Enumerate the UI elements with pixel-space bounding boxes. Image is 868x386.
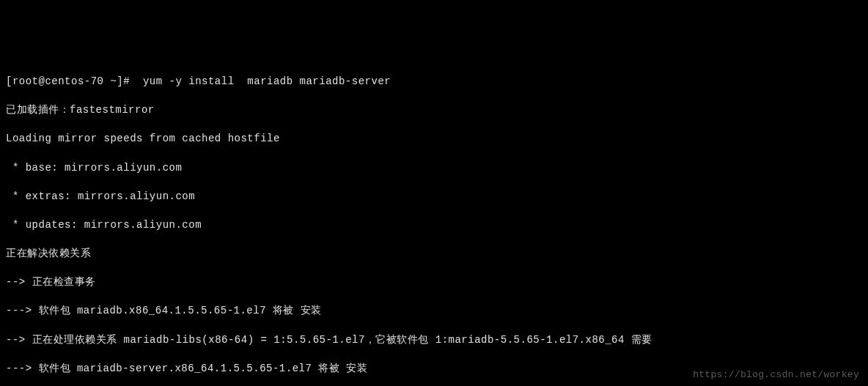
terminal-line: --> 正在处理依赖关系 mariadb-libs(x86-64) = 1:5.… (6, 333, 862, 348)
terminal-line: * updates: mirrors.aliyun.com (6, 218, 862, 233)
watermark-text: https://blog.csdn.net/workey (693, 368, 859, 382)
terminal-output[interactable]: [root@centos-70 ~]# yum -y install maria… (6, 60, 862, 386)
terminal-line: [root@centos-70 ~]# yum -y install maria… (6, 75, 862, 89)
terminal-line: * extras: mirrors.aliyun.com (6, 190, 862, 204)
terminal-line: 已加载插件：fastestmirror (6, 103, 862, 118)
terminal-line: 正在解决依赖关系 (6, 247, 862, 261)
terminal-line: --> 正在检查事务 (6, 275, 862, 290)
terminal-line: Loading mirror speeds from cached hostfi… (6, 132, 862, 146)
terminal-line: ---> 软件包 mariadb.x86_64.1.5.5.65-1.el7 将… (6, 304, 862, 319)
terminal-line: * base: mirrors.aliyun.com (6, 161, 862, 176)
